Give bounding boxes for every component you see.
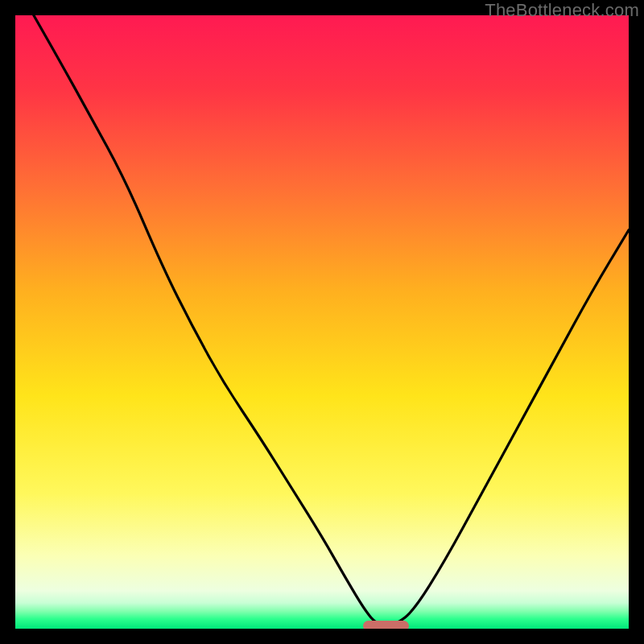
chart-frame: TheBottleneck.com	[0, 0, 644, 644]
bottleneck-curve	[15, 15, 629, 629]
optimal-range-marker	[363, 621, 409, 630]
plot-area	[15, 15, 629, 629]
watermark-text: TheBottleneck.com	[485, 0, 639, 21]
